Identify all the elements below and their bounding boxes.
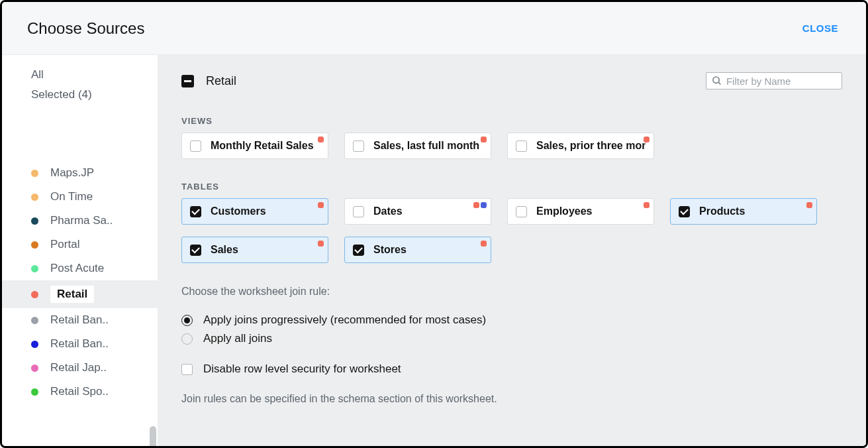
badge-group xyxy=(473,202,487,208)
source-list: Maps.JPOn TimePharma Sa..PortalPost Acut… xyxy=(2,161,158,404)
badge-group xyxy=(318,202,324,208)
disable-rls-row[interactable]: Disable row level security for worksheet xyxy=(181,363,842,376)
radio-button[interactable] xyxy=(181,333,193,345)
badge-icon xyxy=(481,202,487,208)
table-card-4[interactable]: Sales xyxy=(181,237,328,263)
table-card-5[interactable]: Stores xyxy=(344,237,491,263)
disable-rls-checkbox[interactable] xyxy=(181,364,193,375)
sidebar-filter-selected[interactable]: Selected (4) xyxy=(31,88,128,101)
view-checkbox-1[interactable] xyxy=(353,140,364,152)
badge-icon xyxy=(318,137,324,142)
sidebar-item-label: Pharma Sa.. xyxy=(50,214,113,227)
modal-title: Choose Sources xyxy=(27,19,144,38)
sidebar-item-1[interactable]: On Time xyxy=(2,185,158,209)
badge-icon xyxy=(644,137,650,142)
table-label: Dates xyxy=(373,205,403,217)
badge-group xyxy=(481,137,487,142)
color-dot-icon xyxy=(31,341,38,348)
table-card-2[interactable]: Employees xyxy=(507,198,654,225)
color-dot-icon xyxy=(31,364,38,372)
sidebar-item-label: Retail xyxy=(50,286,94,303)
view-card-0[interactable]: Monthly Retail Sales xyxy=(181,133,328,159)
close-button[interactable]: CLOSE xyxy=(802,23,838,34)
view-label: Sales, last full month xyxy=(373,140,479,152)
sidebar: All Selected (4) Maps.JPOn TimePharma Sa… xyxy=(2,55,158,446)
sidebar-item-label: Retail Spo.. xyxy=(50,385,109,398)
table-label: Employees xyxy=(536,205,592,217)
sidebar-item-label: On Time xyxy=(50,190,93,203)
choose-sources-modal: Choose Sources CLOSE All Selected (4) Ma… xyxy=(0,0,868,448)
views-label: VIEWS xyxy=(181,116,842,126)
badge-group xyxy=(481,241,487,247)
badge-icon xyxy=(806,202,812,208)
modal-header: Choose Sources CLOSE xyxy=(2,2,866,55)
sidebar-item-4[interactable]: Post Acute xyxy=(2,256,158,280)
badge-icon xyxy=(481,241,487,247)
join-radio-1[interactable]: Apply all joins xyxy=(181,332,842,345)
badge-group xyxy=(644,137,650,142)
sidebar-item-5[interactable]: Retail xyxy=(2,280,158,308)
table-checkbox-5[interactable] xyxy=(353,245,364,256)
table-card-0[interactable]: Customers xyxy=(181,198,328,225)
disable-rls-label: Disable row level security for worksheet xyxy=(203,363,401,376)
badge-group xyxy=(806,202,812,208)
table-card-3[interactable]: Products xyxy=(670,198,817,225)
sidebar-item-8[interactable]: Retail Jap.. xyxy=(2,356,158,380)
view-card-2[interactable]: Sales, prior three months xyxy=(507,133,654,159)
table-checkbox-3[interactable] xyxy=(679,206,690,217)
sidebar-item-label: Post Acute xyxy=(50,262,104,275)
color-dot-icon xyxy=(31,241,38,249)
color-dot-icon xyxy=(31,194,38,201)
radio-label: Apply all joins xyxy=(203,332,272,345)
sidebar-item-3[interactable]: Portal xyxy=(2,233,158,256)
main-header: Retail xyxy=(181,72,842,89)
select-all-toggle[interactable] xyxy=(181,75,194,87)
table-label: Sales xyxy=(211,244,238,256)
table-checkbox-2[interactable] xyxy=(516,206,527,217)
sidebar-item-label: Portal xyxy=(50,238,79,251)
filter-box[interactable] xyxy=(706,72,842,89)
join-radio-0[interactable]: Apply joins progressively (recommended f… xyxy=(181,313,842,327)
tables-label: TABLES xyxy=(181,182,842,192)
sidebar-item-7[interactable]: Retail Ban.. xyxy=(2,332,158,356)
sidebar-item-6[interactable]: Retail Ban.. xyxy=(2,308,158,332)
main-title: Retail xyxy=(206,74,236,88)
scrollbar-thumb[interactable] xyxy=(150,426,156,446)
badge-icon xyxy=(473,202,479,208)
view-card-1[interactable]: Sales, last full month xyxy=(344,133,491,159)
table-label: Customers xyxy=(211,205,266,217)
filter-input[interactable] xyxy=(726,76,836,87)
tables-grid: CustomersDatesEmployeesProductsSalesStor… xyxy=(181,198,842,263)
view-checkbox-0[interactable] xyxy=(190,140,201,152)
sidebar-item-label: Retail Ban.. xyxy=(50,337,109,351)
search-icon xyxy=(712,75,722,87)
sidebar-item-label: Retail Ban.. xyxy=(50,313,109,327)
table-checkbox-0[interactable] xyxy=(190,206,201,217)
view-checkbox-2[interactable] xyxy=(516,140,527,152)
color-dot-icon xyxy=(31,170,38,177)
table-checkbox-1[interactable] xyxy=(353,206,364,217)
color-dot-icon xyxy=(31,388,38,396)
views-grid: Monthly Retail SalesSales, last full mon… xyxy=(181,133,842,159)
sidebar-item-label: Maps.JP xyxy=(50,166,94,180)
badge-icon xyxy=(481,137,487,142)
modal-body: All Selected (4) Maps.JPOn TimePharma Sa… xyxy=(2,55,866,446)
radio-button[interactable] xyxy=(181,315,193,326)
view-label: Sales, prior three months xyxy=(536,140,646,152)
svg-line-1 xyxy=(718,82,720,84)
table-card-1[interactable]: Dates xyxy=(344,198,491,225)
sidebar-item-label: Retail Jap.. xyxy=(50,361,107,374)
badge-icon xyxy=(318,202,324,208)
sidebar-item-9[interactable]: Retail Spo.. xyxy=(2,380,158,404)
join-hint: Join rules can be specified in the schem… xyxy=(181,393,842,405)
badge-icon xyxy=(644,202,650,208)
sidebar-item-0[interactable]: Maps.JP xyxy=(2,161,158,185)
badge-group xyxy=(644,202,650,208)
table-checkbox-4[interactable] xyxy=(190,245,201,256)
svg-point-0 xyxy=(713,77,719,83)
sidebar-filter-all[interactable]: All xyxy=(31,68,128,82)
view-label: Monthly Retail Sales xyxy=(211,140,314,152)
sidebar-item-2[interactable]: Pharma Sa.. xyxy=(2,209,158,233)
badge-group xyxy=(318,137,324,142)
color-dot-icon xyxy=(31,217,38,225)
